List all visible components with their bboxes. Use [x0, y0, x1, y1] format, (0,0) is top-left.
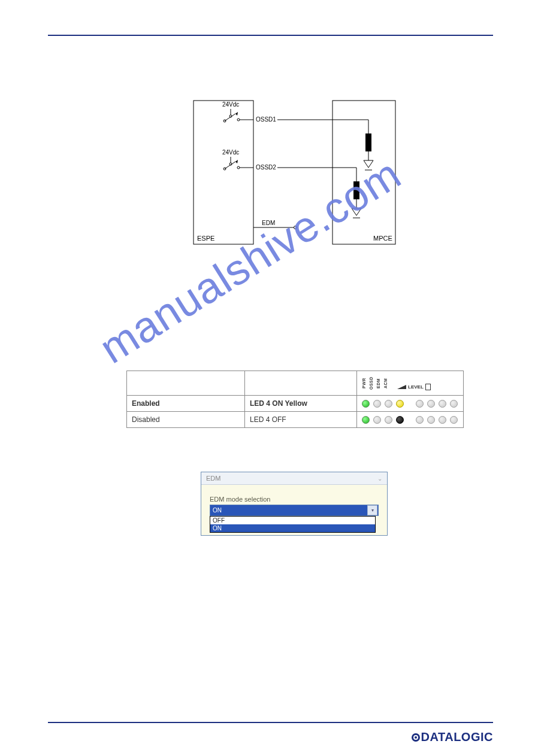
led-indicator: [396, 416, 404, 424]
table-header-empty: [245, 371, 357, 396]
led-indicator: [373, 416, 381, 424]
chevron-down-icon: ⌄: [377, 475, 382, 482]
hdr-edm: EDM: [376, 376, 380, 390]
edm-mode-select[interactable]: ON ▾: [210, 505, 379, 516]
top-rule: [48, 35, 493, 36]
supply2-label: 24Vdc: [222, 149, 239, 156]
svg-point-18: [237, 166, 240, 169]
hdr-ossd: OSSD: [369, 376, 373, 390]
row-name: Disabled: [127, 412, 245, 428]
led-indicator: [427, 416, 435, 424]
led-indicator: [396, 400, 404, 408]
led-indicator: [439, 400, 446, 408]
table-header-leds: PWR OSSD EDM ACM LEVEL: [357, 371, 464, 396]
svg-rect-0: [194, 101, 253, 244]
led-indicator: [439, 416, 446, 424]
led-indicator: [427, 400, 435, 408]
dialog-title: EDM: [206, 475, 220, 482]
dialog-header[interactable]: EDM ⌄: [201, 472, 387, 485]
led-indicator: [373, 400, 381, 408]
rect-icon: [425, 384, 431, 390]
brand-logo: DATALOGIC: [412, 730, 493, 744]
page: ESPE MPCE 24Vdc OSSD1 24Vdc: [0, 0, 535, 756]
triangle-icon: [397, 385, 406, 389]
supply1-label: 24Vdc: [222, 101, 239, 108]
table-row: Enabled LED 4 ON Yellow: [127, 396, 464, 412]
brand-text: DATALOGIC: [421, 730, 493, 744]
led-indicator: [450, 416, 458, 424]
espe-label: ESPE: [197, 235, 214, 242]
dialog-field-label: EDM mode selection: [210, 496, 382, 503]
select-option[interactable]: ON: [210, 524, 375, 532]
table-header-empty: [127, 371, 245, 396]
led-indicator: [450, 400, 458, 408]
ossd2-label: OSSD2: [256, 164, 276, 171]
select-options-list: OFF ON: [210, 516, 376, 533]
led-indicator: [362, 416, 370, 424]
circuit-diagram: ESPE MPCE 24Vdc OSSD1 24Vdc: [189, 96, 398, 248]
led-indicator: [416, 400, 424, 408]
mpce-label: MPCE: [373, 235, 392, 242]
svg-rect-22: [353, 181, 359, 199]
svg-marker-24: [352, 208, 361, 215]
select-option[interactable]: OFF: [210, 517, 375, 524]
svg-rect-10: [365, 133, 371, 151]
ossd1-label: OSSD1: [256, 116, 276, 123]
led-indicator: [385, 416, 392, 424]
bottom-rule: [48, 722, 493, 723]
svg-point-6: [237, 119, 240, 121]
hdr-level: LEVEL: [397, 384, 431, 390]
edm-label: EDM: [262, 220, 275, 226]
row-leds: [357, 396, 464, 412]
logo-icon: [412, 733, 420, 742]
hdr-pwr: PWR: [362, 376, 366, 390]
led-indicator: [416, 416, 424, 424]
svg-marker-12: [364, 160, 373, 168]
row-leds: [357, 412, 464, 428]
row-state: LED 4 OFF: [245, 412, 357, 428]
led-indicator: [385, 400, 392, 408]
dropdown-arrow-icon[interactable]: ▾: [367, 505, 377, 515]
row-state: LED 4 ON Yellow: [245, 396, 357, 412]
led-status-table: PWR OSSD EDM ACM LEVEL Enabled LED 4 ON …: [126, 371, 464, 428]
table-row: Disabled LED 4 OFF: [127, 412, 464, 428]
select-value: ON: [213, 507, 222, 514]
hdr-acm: ACM: [383, 376, 388, 390]
svg-rect-1: [333, 101, 395, 244]
row-name: Enabled: [127, 396, 245, 412]
led-indicator: [362, 400, 370, 408]
edm-dialog: EDM ⌄ EDM mode selection ON ▾ OFF ON: [201, 472, 388, 536]
svg-point-27: [294, 226, 297, 229]
